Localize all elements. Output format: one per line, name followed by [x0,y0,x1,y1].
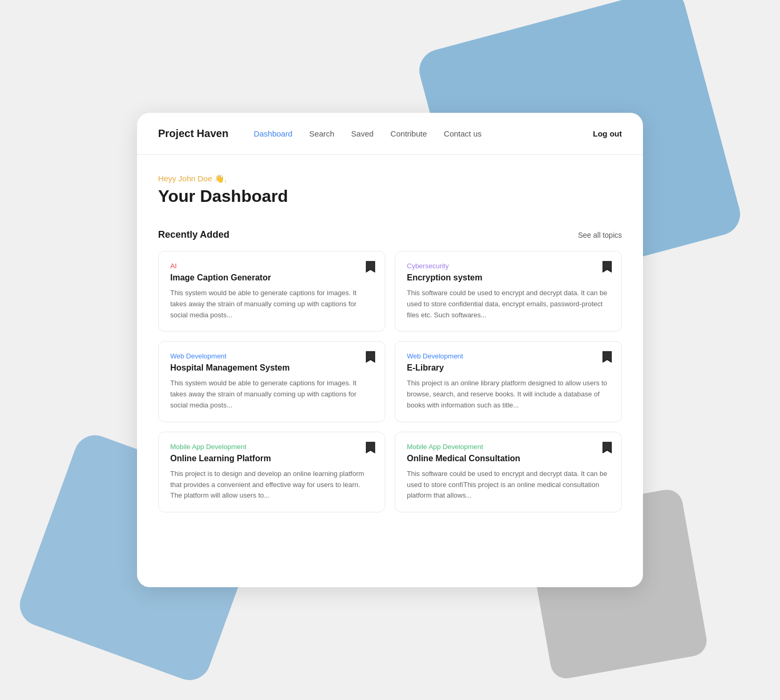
logout-button[interactable]: Log out [593,129,622,138]
card-description: This system would be able to generate ca… [170,288,373,320]
bookmark-icon[interactable] [366,442,375,453]
card-description: This system would be able to generate ca… [170,378,373,411]
hero-section: Heyy John Doe 👋, Your Dashboard [137,155,643,217]
project-card[interactable]: Web Development E-Library This project i… [395,341,622,422]
bookmark-icon[interactable] [366,351,375,363]
navbar: Project Haven Dashboard Search Saved Con… [137,113,643,155]
card-category: Mobile App Development [170,443,373,451]
card-description: This software could be used to encrypt a… [407,288,610,320]
bookmark-icon[interactable] [602,351,612,363]
hero-title: Your Dashboard [158,187,622,206]
recently-added-section: Recently Added See all topics AI Image C… [137,217,643,512]
card-category: Web Development [407,352,610,360]
card-title: Hospital Management System [170,363,373,373]
main-card: Project Haven Dashboard Search Saved Con… [137,113,643,587]
bookmark-icon[interactable] [602,442,612,453]
card-description: This project is an online library platfo… [407,378,610,411]
cards-grid: AI Image Caption Generator This system w… [158,251,622,512]
section-title: Recently Added [158,229,229,240]
card-category: Cybersecurity [407,262,610,270]
card-description: This project is to design and develop an… [170,469,373,501]
see-all-link[interactable]: See all topics [578,231,622,239]
card-title: E-Library [407,363,610,373]
project-card[interactable]: Cybersecurity Encryption system This sof… [395,251,622,332]
card-category: AI [170,262,373,270]
nav-link-saved[interactable]: Saved [351,129,374,138]
nav-link-dashboard[interactable]: Dashboard [253,129,292,138]
project-card[interactable]: Mobile App Development Online Medical Co… [395,432,622,512]
hero-greeting: Heyy John Doe 👋, [158,174,622,183]
nav-link-contact[interactable]: Contact us [444,129,482,138]
card-title: Online Medical Consultation [407,454,610,463]
bookmark-icon[interactable] [602,261,612,273]
section-header: Recently Added See all topics [158,229,622,240]
nav-link-contribute[interactable]: Contribute [391,129,427,138]
card-category: Mobile App Development [407,443,610,451]
nav-links: Dashboard Search Saved Contribute Contac… [253,129,593,138]
nav-logo: Project Haven [158,128,228,140]
card-title: Online Learning Platform [170,454,373,463]
card-category: Web Development [170,352,373,360]
project-card[interactable]: Web Development Hospital Management Syst… [158,341,385,422]
card-title: Image Caption Generator [170,273,373,283]
bookmark-icon[interactable] [366,261,375,273]
project-card[interactable]: Mobile App Development Online Learning P… [158,432,385,512]
card-description: This software could be used to encrypt a… [407,469,610,501]
project-card[interactable]: AI Image Caption Generator This system w… [158,251,385,332]
nav-link-search[interactable]: Search [309,129,335,138]
card-title: Encryption system [407,273,610,283]
